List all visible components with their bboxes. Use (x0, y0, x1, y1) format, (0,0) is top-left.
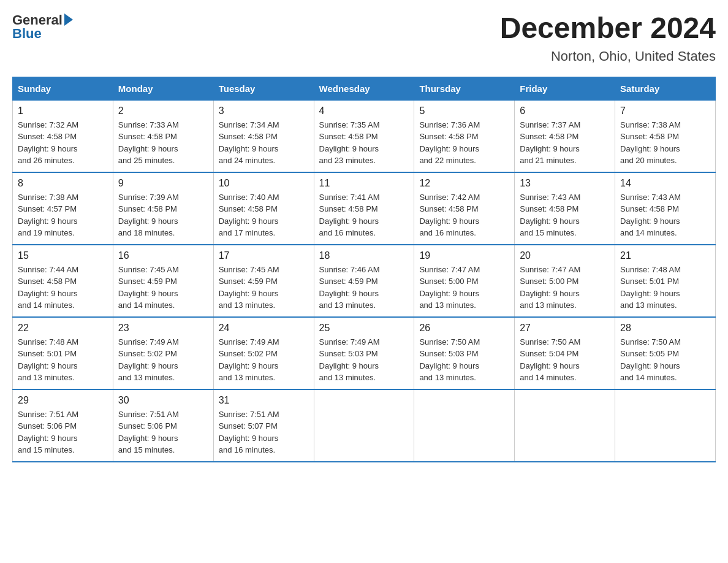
table-row: 3 Sunrise: 7:34 AMSunset: 4:58 PMDayligh… (213, 100, 314, 172)
table-row: 30 Sunrise: 7:51 AMSunset: 5:06 PMDaylig… (113, 389, 213, 462)
table-row: 15 Sunrise: 7:44 AMSunset: 4:58 PMDaylig… (13, 245, 113, 317)
day-number: 10 (219, 178, 309, 189)
logo-blue-text: Blue (12, 26, 42, 42)
table-row: 14 Sunrise: 7:43 AMSunset: 4:58 PMDaylig… (615, 172, 716, 245)
day-info: Sunrise: 7:47 AMSunset: 5:00 PMDaylight:… (419, 265, 480, 310)
day-info: Sunrise: 7:41 AMSunset: 4:58 PMDaylight:… (319, 193, 380, 238)
day-number: 3 (219, 105, 309, 117)
day-info: Sunrise: 7:42 AMSunset: 4:58 PMDaylight:… (419, 193, 480, 238)
table-row: 7 Sunrise: 7:38 AMSunset: 4:58 PMDayligh… (615, 100, 716, 172)
day-info: Sunrise: 7:49 AMSunset: 5:03 PMDaylight:… (319, 337, 380, 383)
day-number: 18 (319, 250, 409, 261)
table-row: 13 Sunrise: 7:43 AMSunset: 4:58 PMDaylig… (515, 172, 615, 245)
month-title: December 2024 (500, 12, 716, 45)
calendar-week-row: 1 Sunrise: 7:32 AMSunset: 4:58 PMDayligh… (13, 100, 716, 172)
day-info: Sunrise: 7:32 AMSunset: 4:58 PMDaylight:… (18, 120, 78, 166)
table-row: 25 Sunrise: 7:49 AMSunset: 5:03 PMDaylig… (314, 317, 414, 389)
table-row: 16 Sunrise: 7:45 AMSunset: 4:59 PMDaylig… (113, 245, 213, 317)
table-row: 21 Sunrise: 7:48 AMSunset: 5:01 PMDaylig… (615, 245, 716, 317)
day-info: Sunrise: 7:50 AMSunset: 5:04 PMDaylight:… (520, 337, 580, 383)
day-info: Sunrise: 7:34 AMSunset: 4:58 PMDaylight:… (219, 120, 279, 166)
header-thursday: Thursday (414, 77, 515, 100)
table-row: 17 Sunrise: 7:45 AMSunset: 4:59 PMDaylig… (213, 245, 314, 317)
table-row: 6 Sunrise: 7:37 AMSunset: 4:58 PMDayligh… (515, 100, 615, 172)
day-info: Sunrise: 7:33 AMSunset: 4:58 PMDaylight:… (118, 120, 179, 166)
day-number: 19 (419, 250, 509, 261)
day-info: Sunrise: 7:36 AMSunset: 4:58 PMDaylight:… (419, 120, 480, 166)
table-row: 12 Sunrise: 7:42 AMSunset: 4:58 PMDaylig… (414, 172, 515, 245)
day-number: 20 (520, 250, 610, 261)
day-info: Sunrise: 7:45 AMSunset: 4:59 PMDaylight:… (118, 265, 179, 310)
day-number: 29 (18, 395, 108, 406)
table-row (615, 389, 716, 462)
table-row: 8 Sunrise: 7:38 AMSunset: 4:57 PMDayligh… (13, 172, 113, 245)
table-row: 23 Sunrise: 7:49 AMSunset: 5:02 PMDaylig… (113, 317, 213, 389)
day-number: 13 (520, 178, 610, 189)
day-info: Sunrise: 7:49 AMSunset: 5:02 PMDaylight:… (219, 337, 279, 383)
day-info: Sunrise: 7:51 AMSunset: 5:07 PMDaylight:… (219, 410, 279, 455)
calendar-week-row: 8 Sunrise: 7:38 AMSunset: 4:57 PMDayligh… (13, 172, 716, 245)
header-sunday: Sunday (13, 77, 113, 100)
header: General Blue December 2024 Norton, Ohio,… (12, 12, 716, 64)
day-number: 26 (419, 323, 509, 334)
day-info: Sunrise: 7:48 AMSunset: 5:01 PMDaylight:… (18, 337, 78, 383)
day-info: Sunrise: 7:50 AMSunset: 5:03 PMDaylight:… (419, 337, 480, 383)
calendar-table: Sunday Monday Tuesday Wednesday Thursday… (12, 77, 716, 462)
day-number: 4 (319, 105, 409, 117)
logo: General Blue (12, 12, 73, 42)
day-info: Sunrise: 7:38 AMSunset: 4:57 PMDaylight:… (18, 193, 78, 238)
header-friday: Friday (515, 77, 615, 100)
header-wednesday: Wednesday (314, 77, 414, 100)
day-info: Sunrise: 7:38 AMSunset: 4:58 PMDaylight:… (620, 120, 681, 166)
day-info: Sunrise: 7:45 AMSunset: 4:59 PMDaylight:… (219, 265, 279, 310)
day-info: Sunrise: 7:35 AMSunset: 4:58 PMDaylight:… (319, 120, 380, 166)
calendar-week-row: 29 Sunrise: 7:51 AMSunset: 5:06 PMDaylig… (13, 389, 716, 462)
day-number: 14 (620, 178, 710, 189)
table-row: 27 Sunrise: 7:50 AMSunset: 5:04 PMDaylig… (515, 317, 615, 389)
day-info: Sunrise: 7:37 AMSunset: 4:58 PMDaylight:… (520, 120, 580, 166)
day-number: 8 (18, 178, 108, 189)
day-number: 15 (18, 250, 108, 261)
day-number: 28 (620, 323, 710, 334)
table-row: 28 Sunrise: 7:50 AMSunset: 5:05 PMDaylig… (615, 317, 716, 389)
day-info: Sunrise: 7:48 AMSunset: 5:01 PMDaylight:… (620, 265, 681, 310)
day-info: Sunrise: 7:40 AMSunset: 4:58 PMDaylight:… (219, 193, 279, 238)
day-info: Sunrise: 7:50 AMSunset: 5:05 PMDaylight:… (620, 337, 681, 383)
table-row: 29 Sunrise: 7:51 AMSunset: 5:06 PMDaylig… (13, 389, 113, 462)
day-info: Sunrise: 7:39 AMSunset: 4:58 PMDaylight:… (118, 193, 179, 238)
calendar-week-row: 22 Sunrise: 7:48 AMSunset: 5:01 PMDaylig… (13, 317, 716, 389)
title-area: December 2024 Norton, Ohio, United State… (500, 12, 716, 64)
header-saturday: Saturday (615, 77, 716, 100)
table-row: 19 Sunrise: 7:47 AMSunset: 5:00 PMDaylig… (414, 245, 515, 317)
day-number: 16 (118, 250, 208, 261)
table-row: 11 Sunrise: 7:41 AMSunset: 4:58 PMDaylig… (314, 172, 414, 245)
table-row: 24 Sunrise: 7:49 AMSunset: 5:02 PMDaylig… (213, 317, 314, 389)
header-monday: Monday (113, 77, 213, 100)
calendar-week-row: 15 Sunrise: 7:44 AMSunset: 4:58 PMDaylig… (13, 245, 716, 317)
day-number: 23 (118, 323, 208, 334)
day-number: 2 (118, 105, 208, 117)
day-number: 9 (118, 178, 208, 189)
day-info: Sunrise: 7:51 AMSunset: 5:06 PMDaylight:… (118, 410, 179, 455)
day-number: 5 (419, 105, 509, 117)
day-info: Sunrise: 7:51 AMSunset: 5:06 PMDaylight:… (18, 410, 78, 455)
header-tuesday: Tuesday (213, 77, 314, 100)
day-number: 1 (18, 105, 108, 117)
day-info: Sunrise: 7:43 AMSunset: 4:58 PMDaylight:… (520, 193, 580, 238)
table-row: 10 Sunrise: 7:40 AMSunset: 4:58 PMDaylig… (213, 172, 314, 245)
table-row: 26 Sunrise: 7:50 AMSunset: 5:03 PMDaylig… (414, 317, 515, 389)
table-row: 22 Sunrise: 7:48 AMSunset: 5:01 PMDaylig… (13, 317, 113, 389)
table-row: 31 Sunrise: 7:51 AMSunset: 5:07 PMDaylig… (213, 389, 314, 462)
table-row: 9 Sunrise: 7:39 AMSunset: 4:58 PMDayligh… (113, 172, 213, 245)
day-number: 30 (118, 395, 208, 406)
table-row: 4 Sunrise: 7:35 AMSunset: 4:58 PMDayligh… (314, 100, 414, 172)
day-number: 31 (219, 395, 309, 406)
table-row (314, 389, 414, 462)
day-number: 11 (319, 178, 409, 189)
day-number: 22 (18, 323, 108, 334)
table-row: 5 Sunrise: 7:36 AMSunset: 4:58 PMDayligh… (414, 100, 515, 172)
table-row: 20 Sunrise: 7:47 AMSunset: 5:00 PMDaylig… (515, 245, 615, 317)
day-info: Sunrise: 7:46 AMSunset: 4:59 PMDaylight:… (319, 265, 380, 310)
day-info: Sunrise: 7:47 AMSunset: 5:00 PMDaylight:… (520, 265, 580, 310)
day-info: Sunrise: 7:49 AMSunset: 5:02 PMDaylight:… (118, 337, 179, 383)
